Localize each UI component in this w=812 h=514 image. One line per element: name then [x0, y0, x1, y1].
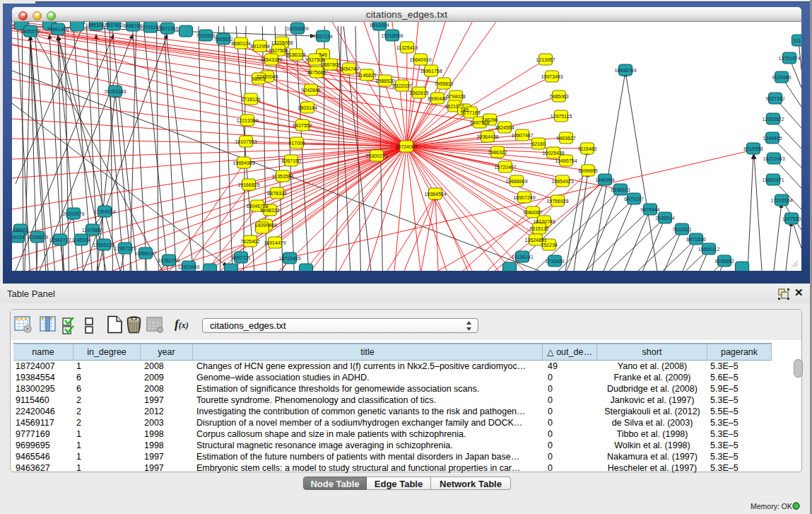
svg-text:12923466: 12923466 — [177, 264, 199, 269]
svg-text:9227342: 9227342 — [765, 96, 784, 101]
svg-text:19756928: 19756928 — [546, 199, 568, 204]
svg-text:10025438: 10025438 — [542, 151, 564, 156]
svg-text:8427552: 8427552 — [293, 123, 312, 128]
svg-text:9777169: 9777169 — [461, 110, 480, 115]
svg-text:1615132: 1615132 — [529, 226, 548, 231]
svg-text:10671355: 10671355 — [156, 26, 178, 31]
svg-text:13524851: 13524851 — [524, 238, 546, 243]
svg-text:8938913: 8938913 — [611, 187, 630, 192]
svg-text:20691406: 20691406 — [47, 27, 69, 32]
svg-text:16648784: 16648784 — [614, 68, 636, 73]
svg-text:15716485: 15716485 — [278, 256, 300, 261]
svg-text:13751074: 13751074 — [778, 56, 800, 61]
svg-text:11975887: 11975887 — [82, 228, 104, 233]
svg-text:9115460: 9115460 — [578, 146, 597, 151]
svg-text:12505135: 12505135 — [93, 243, 114, 247]
svg-text:3875685: 3875685 — [307, 70, 326, 75]
svg-text:10807467: 10807467 — [511, 133, 533, 138]
svg-text:1244415: 1244415 — [763, 136, 782, 141]
svg-text:9245652: 9245652 — [714, 259, 734, 264]
svg-text:8912954: 8912954 — [250, 44, 269, 49]
svg-text:7857224: 7857224 — [313, 34, 332, 39]
svg-text:3824554: 3824554 — [495, 125, 514, 130]
svg-text:17016504: 17016504 — [770, 198, 792, 203]
svg-text:19166825: 19166825 — [237, 182, 259, 187]
svg-text:12942737: 12942737 — [49, 238, 71, 243]
svg-text:16914479: 16914479 — [264, 240, 286, 245]
svg-text:13226058: 13226058 — [271, 40, 293, 45]
svg-text:15720407: 15720407 — [494, 165, 516, 170]
svg-text:9242848: 9242848 — [301, 88, 320, 93]
svg-text:7955812: 7955812 — [434, 81, 453, 86]
svg-text:10973493: 10973493 — [541, 74, 563, 79]
svg-text:15640910: 15640910 — [409, 57, 431, 62]
svg-text:16053809: 16053809 — [286, 26, 308, 31]
svg-text:15692971: 15692971 — [762, 177, 784, 182]
svg-text:8813054: 8813054 — [370, 23, 389, 28]
svg-text:8186328: 8186328 — [286, 52, 305, 57]
svg-text:11325419: 11325419 — [396, 45, 418, 50]
svg-text:935001: 935001 — [12, 228, 28, 233]
svg-text:20364436: 20364436 — [476, 134, 498, 139]
svg-text:7632621: 7632621 — [672, 227, 691, 232]
svg-text:14136141: 14136141 — [511, 255, 533, 259]
svg-text:11353594: 11353594 — [272, 174, 294, 179]
svg-text:10654112: 10654112 — [698, 247, 720, 252]
svg-text:1145194: 1145194 — [72, 238, 91, 243]
svg-text:9327506: 9327506 — [269, 48, 288, 53]
svg-text:7625402: 7625402 — [240, 239, 259, 244]
svg-text:16107553: 16107553 — [235, 139, 257, 144]
svg-text:1362615: 1362615 — [409, 90, 428, 95]
svg-text:8660124: 8660124 — [231, 41, 250, 46]
svg-text:5498222: 5498222 — [260, 208, 279, 213]
svg-text:16120746: 16120746 — [533, 219, 555, 224]
svg-text:16210943: 16210943 — [763, 156, 784, 161]
svg-text:9327508: 9327508 — [305, 57, 324, 62]
svg-text:9463627: 9463627 — [556, 136, 575, 141]
svg-text:10688609: 10688609 — [505, 179, 527, 184]
svg-text:7663822: 7663822 — [213, 37, 233, 42]
svg-text:8322037: 8322037 — [392, 83, 411, 88]
svg-text:2718126: 2718126 — [241, 97, 260, 102]
svg-text:8454749: 8454749 — [339, 66, 358, 71]
svg-text:9474444: 9474444 — [640, 207, 659, 212]
svg-text:1213957: 1213957 — [536, 57, 555, 62]
svg-text:16782759: 16782759 — [158, 258, 180, 263]
svg-text:19384554: 19384554 — [424, 192, 446, 197]
svg-text:17957223: 17957223 — [114, 246, 136, 251]
svg-text:1440954: 1440954 — [595, 177, 614, 182]
svg-text:252234: 252234 — [541, 243, 557, 247]
svg-text:7515526: 7515526 — [196, 33, 215, 38]
svg-text:7986322: 7986322 — [488, 150, 507, 155]
svg-text:1527602: 1527602 — [104, 23, 123, 28]
svg-text:1588520: 1588520 — [375, 78, 394, 83]
svg-text:6479197: 6479197 — [624, 197, 643, 201]
svg-text:17359934: 17359934 — [93, 209, 115, 214]
svg-text:746266: 746266 — [481, 117, 498, 122]
svg-text:9084067: 9084067 — [523, 210, 542, 215]
svg-text:6699695: 6699695 — [578, 168, 597, 173]
svg-text:20200576: 20200576 — [62, 211, 84, 216]
svg-text:546: 546 — [319, 52, 327, 57]
svg-text:9129966: 9129966 — [772, 75, 791, 80]
svg-text:19654923: 19654923 — [551, 179, 573, 184]
svg-text:14099489: 14099489 — [254, 223, 276, 228]
svg-text:12213369: 12213369 — [236, 118, 258, 123]
svg-text:16543382: 16543382 — [260, 57, 282, 62]
svg-text:20053346: 20053346 — [104, 89, 126, 94]
svg-text:2803144: 2803144 — [298, 105, 317, 110]
svg-text:98901: 98901 — [252, 76, 266, 81]
svg-text:8267150: 8267150 — [281, 158, 300, 163]
svg-text:1733426: 1733426 — [545, 259, 564, 264]
svg-text:8215958: 8215958 — [743, 146, 763, 151]
svg-text:917006: 917006 — [288, 141, 305, 146]
svg-text:19654985: 19654985 — [233, 160, 254, 165]
svg-text:2935514: 2935514 — [655, 216, 674, 221]
svg-text:8878334: 8878334 — [267, 191, 286, 196]
svg-text:12975115: 12975115 — [551, 114, 572, 119]
svg-text:1167533: 1167533 — [782, 216, 801, 221]
svg-text:12093822: 12093822 — [762, 117, 784, 122]
svg-text:8990448: 8990448 — [428, 96, 447, 101]
svg-text:18724007: 18724007 — [395, 144, 417, 149]
svg-text:7485063: 7485063 — [549, 94, 568, 99]
